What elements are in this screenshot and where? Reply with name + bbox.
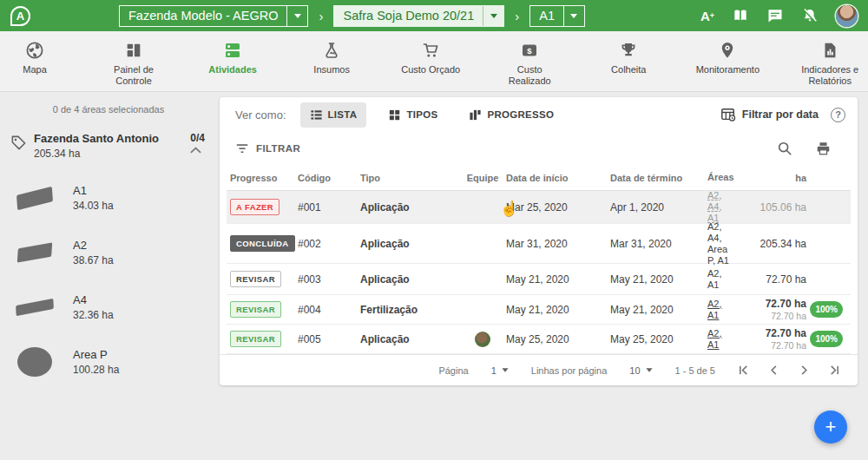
view-as-label: Ver como:: [235, 108, 286, 122]
nav-item-mapa[interactable]: Mapa: [0, 39, 69, 76]
nav-item-indicadores-relatorios[interactable]: Indicadores e Relatórios: [792, 39, 868, 86]
activity-code: #004: [294, 304, 357, 316]
area-item-a1[interactable]: A1 34.03 ha: [12, 179, 217, 217]
nav-item-atividades[interactable]: Atividades: [198, 39, 267, 76]
list-view-icon: [310, 108, 323, 122]
table-row[interactable]: REVISAR #004 Fertilização May 21, 2020 M…: [227, 295, 851, 325]
svg-text:$: $: [528, 46, 533, 56]
page-select-value: 1: [491, 365, 496, 376]
team-member-avatar[interactable]: [475, 332, 490, 347]
area-item-a2[interactable]: A2 38.67 ha: [12, 233, 217, 272]
field-selector[interactable]: A1: [529, 5, 585, 27]
knowledge-book-icon[interactable]: [732, 7, 749, 24]
area-item-a4[interactable]: A4 32.36 ha: [12, 288, 217, 326]
status-badge: REVISAR: [230, 271, 281, 287]
add-activity-fab[interactable]: +: [814, 411, 847, 444]
start-date: Mar 25, 2020: [503, 201, 607, 214]
farm-total-area: 205.34 ha: [34, 148, 190, 160]
end-date: May 25, 2020: [607, 333, 704, 345]
next-page-icon[interactable]: [799, 365, 810, 376]
page-label: Página: [438, 365, 468, 376]
activity-code: #003: [294, 273, 357, 286]
area-shape-icon: [12, 191, 57, 206]
area-link[interactable]: A1: [707, 310, 744, 321]
rows-per-page-select[interactable]: 10: [629, 365, 652, 376]
view-switcher-bar: Ver como: LISTA TIPOS PROGRESSO: [220, 97, 858, 132]
academy-icon[interactable]: A+: [700, 10, 714, 23]
nav-item-custo-orcado[interactable]: Custo Orçado: [396, 39, 465, 76]
table-row[interactable]: REVISAR #005 Aplicação May 25, 2020 May …: [227, 325, 851, 354]
search-icon[interactable]: [777, 141, 792, 156]
print-icon[interactable]: [815, 141, 832, 156]
collapse-chevron-icon[interactable]: [190, 147, 205, 154]
end-date: May 21, 2020: [607, 304, 704, 316]
view-tab-progresso[interactable]: PROGRESSO: [459, 102, 563, 128]
season-selector[interactable]: Safra Soja Demo 20/21: [333, 5, 504, 27]
areas-cell: A2, A4, Area P, A1: [704, 221, 747, 266]
table-row[interactable]: A FAZER #001 Aplicação Mar 25, 2020 Apr …: [227, 191, 851, 224]
page-select[interactable]: 1: [491, 365, 509, 376]
progress-pill: 100%: [810, 331, 843, 347]
column-header-data-termino[interactable]: Data de término: [607, 173, 704, 183]
area-link[interactable]: A2,: [707, 328, 744, 339]
filter-button[interactable]: FILTRAR: [235, 143, 300, 154]
filter-by-date-label: Filtrar por data: [742, 108, 819, 121]
help-icon[interactable]: ?: [831, 108, 845, 122]
hectares-value: 72.70 ha: [751, 327, 806, 339]
nav-label: Custo Realizado: [495, 64, 564, 86]
dashboard-icon: [124, 39, 143, 62]
nav-item-insumos[interactable]: Insumos: [297, 39, 366, 76]
user-avatar[interactable]: [836, 5, 858, 27]
notifications-muted-icon[interactable]: [801, 7, 819, 24]
table-row[interactable]: REVISAR #003 Aplicação May 21, 2020 May …: [227, 264, 851, 295]
farm-selector-caret-icon[interactable]: [286, 6, 307, 26]
areas-cell: A2, A4, A1: [704, 190, 747, 224]
report-icon: [820, 39, 839, 62]
nav-item-custo-realizado[interactable]: $ Custo Realizado: [495, 39, 564, 86]
column-header-ha[interactable]: ha: [747, 173, 810, 183]
nav-item-painel-de-controle[interactable]: Painel de Controle: [99, 39, 168, 86]
table-row[interactable]: CONCLUÍDA #002 Aplicação Mar 31, 2020 Ma…: [227, 224, 851, 264]
column-header-data-inicio[interactable]: Data de início: [503, 173, 607, 183]
areas-cell: A2, A1: [704, 299, 747, 321]
area-link[interactable]: A2,: [707, 299, 744, 310]
view-tab-tipos[interactable]: TIPOS: [378, 102, 447, 128]
farm-group-header[interactable]: Fazenda Santo Antonio 205.34 ha 0/4: [0, 132, 217, 160]
area-link[interactable]: A4,: [707, 201, 744, 213]
area-size: 34.03 ha: [73, 200, 114, 212]
feedback-chat-icon[interactable]: [766, 7, 784, 24]
column-header-areas[interactable]: Áreas: [704, 172, 747, 183]
hectares-done-value: 72.70 ha: [751, 340, 806, 351]
areas-selection-summary: 0 de 4 áreas selecionadas: [0, 104, 217, 115]
farm-selector[interactable]: Fazenda Modelo - AEGRO: [119, 5, 308, 27]
end-date: Mar 31, 2020: [607, 238, 704, 250]
field-selector-caret-icon[interactable]: [563, 6, 584, 26]
tag-icon: [10, 135, 27, 151]
column-header-equipe[interactable]: Equipe: [463, 173, 503, 183]
area-name: A1: [73, 184, 114, 197]
view-tab-label: TIPOS: [406, 109, 437, 120]
area-list: A1 34.03 ha A2 38.67 ha A4 32.36 ha: [0, 179, 217, 381]
area-link[interactable]: A2,: [707, 190, 744, 201]
calendar-icon: [720, 107, 736, 122]
area-shape-icon: [12, 302, 57, 312]
previous-page-icon[interactable]: [768, 365, 779, 376]
nav-item-colheita[interactable]: Colheita: [594, 39, 663, 76]
column-header-progresso[interactable]: Progresso: [227, 173, 294, 183]
filter-by-date-button[interactable]: Filtrar por data: [720, 107, 819, 122]
column-header-tipo[interactable]: Tipo: [357, 173, 463, 183]
column-header-codigo[interactable]: Código: [294, 173, 357, 183]
season-selector-caret-icon[interactable]: [483, 6, 503, 26]
filter-icon: [235, 143, 249, 154]
start-date: May 21, 2020: [503, 304, 607, 316]
first-page-icon[interactable]: [738, 365, 749, 376]
last-page-icon[interactable]: [829, 365, 840, 376]
activity-type: Aplicação: [357, 333, 463, 345]
aegro-logo-icon[interactable]: A: [10, 6, 30, 26]
area-item-area-p[interactable]: Area P 100.28 ha: [12, 343, 217, 381]
status-badge: CONCLUÍDA: [230, 235, 295, 252]
hectares-value: 105.06 ha: [747, 201, 810, 214]
view-tab-lista[interactable]: LISTA: [300, 102, 367, 128]
area-link[interactable]: A1: [707, 339, 744, 351]
nav-item-monitoramento[interactable]: Monitoramento: [693, 39, 762, 76]
